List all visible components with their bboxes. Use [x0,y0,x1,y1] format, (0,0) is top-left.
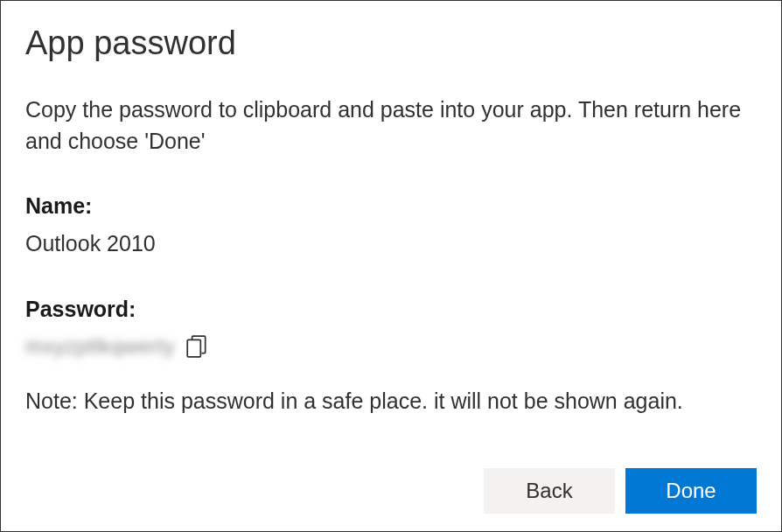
password-value: mxyzptlkqwerty [25,334,175,359]
name-label: Name: [25,193,757,219]
password-row: mxyzptlkqwerty [25,334,757,359]
dialog-footer: Back Done [484,468,757,514]
done-button[interactable]: Done [625,468,757,514]
dialog-title: App password [25,25,757,62]
svg-rect-0 [187,340,200,357]
instruction-text: Copy the password to clipboard and paste… [25,94,757,158]
note-text: Note: Keep this password in a safe place… [25,388,757,414]
app-password-dialog: App password Copy the password to clipbo… [0,0,782,532]
name-value: Outlook 2010 [25,231,757,256]
back-button[interactable]: Back [484,468,615,514]
password-label: Password: [25,297,757,322]
copy-icon[interactable] [185,334,208,359]
